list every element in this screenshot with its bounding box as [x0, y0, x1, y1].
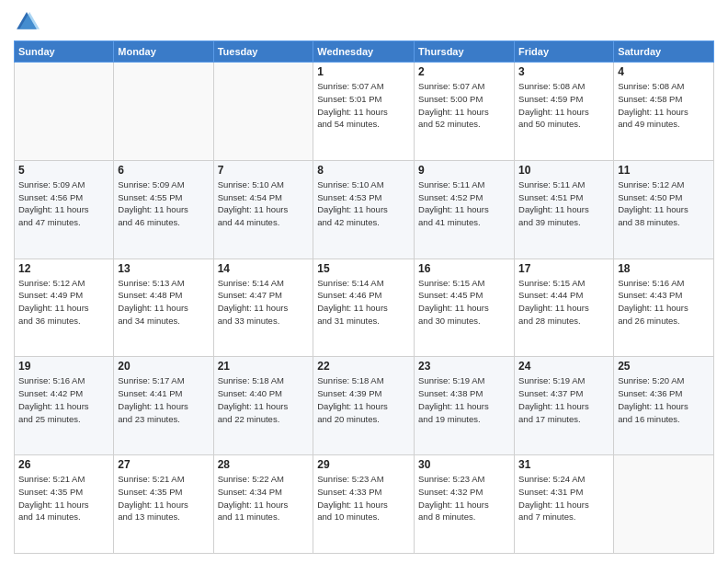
day-number: 17 [518, 262, 609, 275]
calendar-cell: 22Sunrise: 5:18 AMSunset: 4:39 PMDayligh… [313, 357, 415, 455]
day-number: 24 [518, 360, 609, 373]
days-row: SundayMondayTuesdayWednesdayThursdayFrid… [15, 41, 714, 63]
calendar-cell [114, 63, 213, 161]
calendar-cell: 16Sunrise: 5:15 AMSunset: 4:45 PMDayligh… [415, 259, 515, 357]
day-number: 1 [317, 65, 410, 78]
day-info: Sunrise: 5:24 AMSunset: 4:31 PMDaylight:… [518, 473, 609, 523]
day-info: Sunrise: 5:14 AMSunset: 4:47 PMDaylight:… [218, 277, 310, 327]
calendar-cell: 18Sunrise: 5:16 AMSunset: 4:43 PMDayligh… [614, 259, 714, 357]
day-info: Sunrise: 5:21 AMSunset: 4:35 PMDaylight:… [18, 473, 109, 523]
calendar-cell: 15Sunrise: 5:14 AMSunset: 4:46 PMDayligh… [313, 259, 415, 357]
day-number: 5 [18, 164, 109, 177]
day-number: 10 [518, 164, 609, 177]
day-info: Sunrise: 5:20 AMSunset: 4:36 PMDaylight:… [618, 374, 710, 425]
calendar-cell: 27Sunrise: 5:21 AMSunset: 4:35 PMDayligh… [114, 455, 213, 554]
day-header-monday: Monday [114, 41, 213, 63]
day-info: Sunrise: 5:18 AMSunset: 4:40 PMDaylight:… [218, 374, 310, 425]
calendar-cell: 12Sunrise: 5:12 AMSunset: 4:49 PMDayligh… [15, 259, 114, 357]
day-number: 13 [118, 262, 209, 275]
calendar-cell: 2Sunrise: 5:07 AMSunset: 5:00 PMDaylight… [415, 63, 515, 161]
day-header-sunday: Sunday [15, 41, 114, 63]
day-info: Sunrise: 5:23 AMSunset: 4:32 PMDaylight:… [418, 473, 510, 523]
day-info: Sunrise: 5:11 AMSunset: 4:51 PMDaylight:… [518, 178, 609, 229]
calendar-cell: 8Sunrise: 5:10 AMSunset: 4:53 PMDaylight… [313, 160, 415, 259]
calendar-cell: 6Sunrise: 5:09 AMSunset: 4:55 PMDaylight… [114, 160, 213, 259]
calendar-cell: 14Sunrise: 5:14 AMSunset: 4:47 PMDayligh… [213, 259, 313, 357]
calendar-cell: 20Sunrise: 5:17 AMSunset: 4:41 PMDayligh… [114, 357, 213, 455]
calendar-header: SundayMondayTuesdayWednesdayThursdayFrid… [15, 41, 714, 63]
day-number: 25 [618, 360, 710, 373]
day-number: 28 [218, 458, 310, 471]
calendar-table: SundayMondayTuesdayWednesdayThursdayFrid… [14, 40, 714, 554]
calendar-cell: 29Sunrise: 5:23 AMSunset: 4:33 PMDayligh… [313, 455, 415, 554]
calendar-cell: 28Sunrise: 5:22 AMSunset: 4:34 PMDayligh… [213, 455, 313, 554]
day-info: Sunrise: 5:07 AMSunset: 5:00 PMDaylight:… [418, 80, 510, 131]
week-row-5: 26Sunrise: 5:21 AMSunset: 4:35 PMDayligh… [15, 455, 714, 554]
day-number: 12 [18, 262, 109, 275]
day-info: Sunrise: 5:19 AMSunset: 4:37 PMDaylight:… [518, 374, 609, 425]
day-info: Sunrise: 5:19 AMSunset: 4:38 PMDaylight:… [418, 374, 510, 425]
day-header-tuesday: Tuesday [213, 41, 313, 63]
day-info: Sunrise: 5:15 AMSunset: 4:44 PMDaylight:… [518, 277, 609, 327]
day-number: 11 [618, 164, 710, 177]
calendar-body: 1Sunrise: 5:07 AMSunset: 5:01 PMDaylight… [15, 63, 714, 554]
calendar-cell: 17Sunrise: 5:15 AMSunset: 4:44 PMDayligh… [515, 259, 614, 357]
day-number: 21 [218, 360, 310, 373]
day-number: 2 [418, 65, 510, 78]
week-row-4: 19Sunrise: 5:16 AMSunset: 4:42 PMDayligh… [15, 357, 714, 455]
day-header-friday: Friday [515, 41, 614, 63]
calendar-cell: 19Sunrise: 5:16 AMSunset: 4:42 PMDayligh… [15, 357, 114, 455]
day-number: 20 [118, 360, 209, 373]
day-info: Sunrise: 5:14 AMSunset: 4:46 PMDaylight:… [317, 277, 410, 327]
calendar-cell: 5Sunrise: 5:09 AMSunset: 4:56 PMDaylight… [15, 160, 114, 259]
day-number: 27 [118, 458, 209, 471]
day-number: 22 [317, 360, 410, 373]
logo-icon [14, 9, 40, 35]
day-number: 30 [418, 458, 510, 471]
day-info: Sunrise: 5:09 AMSunset: 4:55 PMDaylight:… [118, 178, 209, 229]
day-info: Sunrise: 5:22 AMSunset: 4:34 PMDaylight:… [218, 473, 310, 523]
day-info: Sunrise: 5:10 AMSunset: 4:53 PMDaylight:… [317, 178, 410, 229]
logo [14, 9, 43, 35]
day-number: 6 [118, 164, 209, 177]
calendar-cell: 30Sunrise: 5:23 AMSunset: 4:32 PMDayligh… [415, 455, 515, 554]
calendar-cell: 26Sunrise: 5:21 AMSunset: 4:35 PMDayligh… [15, 455, 114, 554]
calendar-cell: 10Sunrise: 5:11 AMSunset: 4:51 PMDayligh… [515, 160, 614, 259]
calendar-cell: 1Sunrise: 5:07 AMSunset: 5:01 PMDaylight… [313, 63, 415, 161]
page: SundayMondayTuesdayWednesdayThursdayFrid… [0, 0, 728, 563]
calendar-cell: 9Sunrise: 5:11 AMSunset: 4:52 PMDaylight… [415, 160, 515, 259]
day-number: 29 [317, 458, 410, 471]
calendar-cell: 7Sunrise: 5:10 AMSunset: 4:54 PMDaylight… [213, 160, 313, 259]
week-row-1: 1Sunrise: 5:07 AMSunset: 5:01 PMDaylight… [15, 63, 714, 161]
day-number: 31 [518, 458, 609, 471]
day-number: 4 [618, 65, 710, 78]
calendar-cell: 11Sunrise: 5:12 AMSunset: 4:50 PMDayligh… [614, 160, 714, 259]
day-info: Sunrise: 5:07 AMSunset: 5:01 PMDaylight:… [317, 80, 410, 131]
day-info: Sunrise: 5:16 AMSunset: 4:43 PMDaylight:… [618, 277, 710, 327]
day-number: 23 [418, 360, 510, 373]
day-number: 15 [317, 262, 410, 275]
week-row-3: 12Sunrise: 5:12 AMSunset: 4:49 PMDayligh… [15, 259, 714, 357]
calendar-cell [213, 63, 313, 161]
day-info: Sunrise: 5:23 AMSunset: 4:33 PMDaylight:… [317, 473, 410, 523]
day-number: 18 [618, 262, 710, 275]
day-info: Sunrise: 5:13 AMSunset: 4:48 PMDaylight:… [118, 277, 209, 327]
day-info: Sunrise: 5:21 AMSunset: 4:35 PMDaylight:… [118, 473, 209, 523]
day-info: Sunrise: 5:08 AMSunset: 4:59 PMDaylight:… [518, 80, 609, 131]
day-number: 19 [18, 360, 109, 373]
day-number: 14 [218, 262, 310, 275]
day-number: 7 [218, 164, 310, 177]
calendar-cell: 3Sunrise: 5:08 AMSunset: 4:59 PMDaylight… [515, 63, 614, 161]
week-row-2: 5Sunrise: 5:09 AMSunset: 4:56 PMDaylight… [15, 160, 714, 259]
day-header-saturday: Saturday [614, 41, 714, 63]
day-info: Sunrise: 5:17 AMSunset: 4:41 PMDaylight:… [118, 374, 209, 425]
day-header-wednesday: Wednesday [313, 41, 415, 63]
day-number: 9 [418, 164, 510, 177]
day-number: 16 [418, 262, 510, 275]
day-info: Sunrise: 5:16 AMSunset: 4:42 PMDaylight:… [18, 374, 109, 425]
calendar-cell: 24Sunrise: 5:19 AMSunset: 4:37 PMDayligh… [515, 357, 614, 455]
day-header-thursday: Thursday [415, 41, 515, 63]
calendar-cell [614, 455, 714, 554]
calendar-cell: 31Sunrise: 5:24 AMSunset: 4:31 PMDayligh… [515, 455, 614, 554]
header [14, 9, 714, 35]
